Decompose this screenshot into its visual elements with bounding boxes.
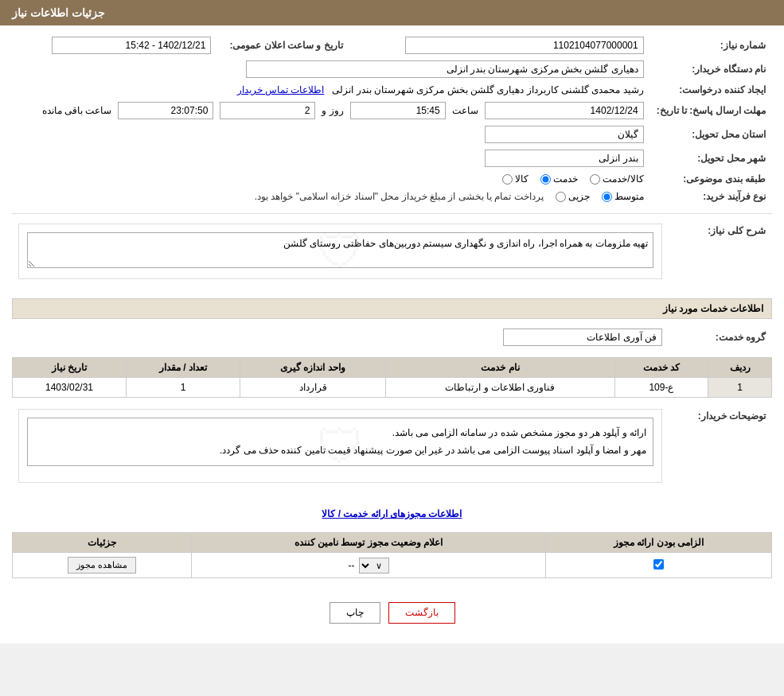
col-unit: واحد اندازه گیری	[240, 358, 385, 378]
buyer-notice-cell: 🛡 ارائه و آپلود هر دو مجوز مشخص شده در س…	[12, 406, 669, 494]
tabaqe-kala-khedmat-radio[interactable]	[590, 174, 600, 185]
sharh-textarea[interactable]: تهیه ملزومات به همراه اجرا، راه اندازی و…	[27, 232, 653, 268]
notice-table: توضیحات خریدار: 🛡 ارائه و آپلود هر دو مج…	[12, 406, 772, 494]
show-license-button[interactable]: مشاهده مجوز	[68, 557, 136, 574]
tabaqe-kala-label: کالا	[515, 173, 529, 185]
cell-tedad: 1	[127, 378, 240, 398]
license-cell-joziyat: مشاهده مجوز	[13, 553, 192, 578]
col-tedad: تعداد / مقدار	[127, 358, 240, 378]
tarikh-box: 1402/12/21 - 15:42	[52, 37, 211, 54]
print-button[interactable]: چاپ	[330, 602, 380, 624]
shahr-label: شهر محل تحویل:	[650, 146, 772, 170]
services-section-title: اطلاعات خدمات مورد نیاز	[12, 298, 772, 319]
license-status-select[interactable]: ∨	[359, 558, 389, 574]
tabaqe-label: طبقه بندی موضوعی:	[650, 170, 772, 188]
shahr-box: بندر انزلی	[485, 150, 644, 167]
license-cell-elzami	[546, 553, 772, 578]
license-section-title[interactable]: اطلاعات مجوزهای ارائه خدمت / کالا	[12, 502, 772, 526]
mohlat-label: مهلت ارسال پاسخ: تا تاریخ:	[650, 99, 772, 122]
services-table: ردیف کد خدمت نام خدمت واحد اندازه گیری ت…	[12, 357, 772, 398]
license-elzami-checkbox[interactable]	[653, 559, 664, 570]
page-header: جزئیات اطلاعات نیاز	[0, 0, 784, 25]
notice-line2: مهر و امضا و آپلود اسناد پیوست الزامی می…	[34, 442, 646, 460]
goroh-label: گروه خدمت:	[669, 325, 772, 349]
info-table: شماره نیاز: 1102104077000001 تاریخ و ساع…	[12, 33, 772, 205]
page-wrapper: جزئیات اطلاعات نیاز شماره نیاز: 11021040…	[0, 0, 784, 644]
goroh-value-cell: فن آوری اطلاعات	[12, 325, 669, 349]
tabaqe-khedmat-label: خدمت	[553, 173, 578, 185]
mohlat-baqi-box: 23:07:50	[118, 102, 213, 119]
mohlat-saat-label: ساعت	[452, 105, 478, 116]
creator-value: رشید محمدی گلشنی کاربرداز دهیاری گلشن بخ…	[12, 81, 650, 99]
mohlat-baqi-label: ساعت باقی مانده	[42, 105, 112, 116]
buyer-notice-wrapper: 🛡 ارائه و آپلود هر دو مجوز مشخص شده در س…	[18, 409, 662, 483]
noe-jozi-label: جزیی	[568, 191, 590, 202]
noe-farayand-label: نوع فرآیند خرید:	[650, 188, 772, 205]
license-table: الزامی بودن ارائه مجوز اعلام وضعیت مجوز …	[12, 532, 772, 578]
cell-unit: قرارداد	[240, 378, 385, 398]
shahr-value: بندر انزلی	[12, 146, 650, 170]
table-row: 1 ع-109 فناوری اطلاعات و ارتباطات قراردا…	[13, 378, 772, 398]
col-kod: کد خدمت	[614, 358, 708, 378]
cell-tarikh: 1403/02/31	[13, 378, 127, 398]
noe-farayand-text: پرداخت تمام یا بخشی از مبلغ خریداز محل "…	[255, 191, 544, 202]
noe-jozi-radio[interactable]	[556, 192, 566, 202]
tabaqe-khedmat-radio[interactable]	[540, 174, 551, 185]
mohlat-date-box: 1402/12/24	[485, 102, 644, 119]
cell-kod: ع-109	[614, 378, 708, 398]
cell-name: فناوری اطلاعات و ارتباطات	[386, 378, 615, 398]
creator-name: رشید محمدی گلشنی کاربرداز دهیاری گلشن بخ…	[332, 84, 643, 95]
name-dastgah-box: دهیاری گلشن بخش مرکزی شهرستان بندر انزلی	[246, 60, 644, 78]
noe-mottavasset-radio[interactable]	[602, 192, 612, 202]
tabaqe-value: کالا خدمت کالا/خدمت	[12, 170, 650, 188]
license-col-joziyat: جزئیات	[13, 533, 192, 553]
mohlat-roz-box: 2	[220, 102, 315, 119]
tarikh-label: تاریخ و ساعت اعلان عمومی:	[217, 33, 349, 57]
noe-mottavasset-label: متوسط	[614, 191, 644, 202]
main-content: شماره نیاز: 1102104077000001 تاریخ و ساع…	[0, 25, 784, 644]
license-col-elzami: الزامی بودن ارائه مجوز	[546, 533, 772, 553]
name-dastgah-label: نام دستگاه خریدار:	[650, 57, 772, 81]
license-col-status: اعلام وضعیت مجوز توسط نامین کننده	[192, 533, 546, 553]
shomare-niaz-label: شماره نیاز:	[650, 33, 772, 57]
goroh-box: فن آوری اطلاعات	[503, 329, 662, 346]
notice-box: ارائه و آپلود هر دو مجوز مشخص شده در سام…	[27, 418, 653, 466]
tarikh-value: 1402/12/21 - 15:42	[12, 33, 217, 57]
sharh-box-wrapper: 🛡 تهیه ملزومات به همراه اجرا، راه اندازی…	[18, 224, 662, 279]
mohlat-roz-label: روز و	[322, 105, 343, 116]
back-button[interactable]: بازگشت	[388, 602, 455, 624]
ostan-value: گیلان	[12, 122, 650, 146]
shomare-niaz-box: 1102104077000001	[405, 37, 644, 54]
sharh-label: شرح کلی نیاز:	[669, 220, 772, 290]
sharh-value-cell: 🛡 تهیه ملزومات به همراه اجرا، راه اندازی…	[12, 220, 669, 290]
license-status-value: --	[349, 560, 355, 571]
name-dastgah-value: دهیاری گلشن بخش مرکزی شهرستان بندر انزلی	[12, 57, 650, 81]
tabaqe-kala: کالا	[502, 173, 529, 185]
tabaqe-kala-khedmat: کالا/خدمت	[590, 173, 643, 185]
noe-farayand-value: جزیی متوسط پرداخت تمام یا بخشی از مبلغ خ…	[12, 188, 650, 205]
tabaqe-kala-radio[interactable]	[502, 174, 513, 185]
header-title: جزئیات اطلاعات نیاز	[12, 6, 105, 19]
license-cell-status: ∨ --	[192, 553, 546, 578]
license-row: ∨ -- مشاهده مجوز	[13, 553, 772, 578]
mohlat-row: 1402/12/24 ساعت 15:45 روز و 2 23:07:50 س…	[12, 99, 650, 122]
goroh-table: گروه خدمت: فن آوری اطلاعات	[12, 325, 772, 349]
sharh-table: شرح کلی نیاز: 🛡 تهیه ملزومات به همراه اج…	[12, 220, 772, 290]
buyer-notice-label: توضیحات خریدار:	[669, 406, 772, 494]
bottom-buttons: بازگشت چاپ	[12, 590, 772, 636]
noe-jozi: جزیی	[556, 191, 590, 202]
mohlat-saat-box: 15:45	[350, 102, 446, 119]
col-name: نام خدمت	[386, 358, 615, 378]
col-radif: ردیف	[708, 358, 772, 378]
col-tarikh: تاریخ نیاز	[13, 358, 127, 378]
ostan-box: گیلان	[485, 126, 644, 143]
notice-line1: ارائه و آپلود هر دو مجوز مشخص شده در سام…	[34, 425, 646, 442]
ostan-label: استان محل تحویل:	[650, 122, 772, 146]
tabaqe-khedmat: خدمت	[540, 173, 578, 185]
creator-label: ایجاد کننده درخواست:	[650, 81, 772, 99]
shomare-niaz-value: 1102104077000001	[349, 33, 650, 57]
creator-link[interactable]: اطلاعات تماس خریدار	[237, 84, 325, 95]
tabaqe-kala-khedmat-label: کالا/خدمت	[603, 173, 643, 185]
noe-mottavasset: متوسط	[602, 191, 644, 202]
cell-radif: 1	[708, 378, 772, 398]
